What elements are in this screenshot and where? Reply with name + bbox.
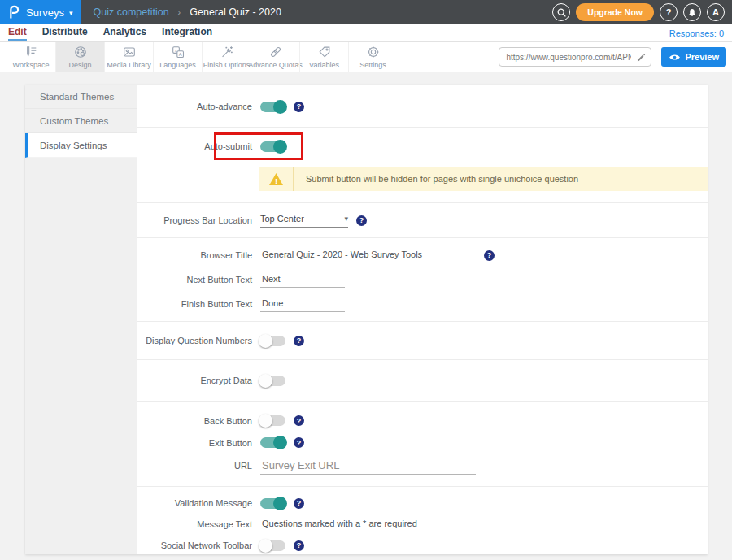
search-button[interactable] xyxy=(552,3,570,21)
survey-url-box[interactable]: https://www.questionpro.com/t/APNrFZ xyxy=(499,47,651,67)
section-auto-advance: Auto-advance ? xyxy=(137,85,708,127)
section-navigation-buttons: Back Button ? Exit Button ? URL xyxy=(137,402,708,486)
auto-advance-help-icon[interactable]: ? xyxy=(294,102,304,112)
settings-gear-icon xyxy=(366,45,381,59)
progress-bar-location-help-icon[interactable]: ? xyxy=(356,215,367,226)
tab-finish-options[interactable]: Finish Options xyxy=(202,42,251,72)
tab-settings[interactable]: Settings xyxy=(348,42,397,72)
exit-button-toggle[interactable] xyxy=(260,437,285,448)
sidebar-item-custom-themes[interactable]: Custom Themes xyxy=(25,109,137,133)
browser-title-label: Browser Title xyxy=(137,250,260,260)
upgrade-now-button[interactable]: Upgrade Now xyxy=(576,3,654,21)
auto-advance-row: Auto-advance ? xyxy=(137,96,708,117)
next-button-text-input[interactable] xyxy=(260,272,345,288)
exit-button-label: Exit Button xyxy=(137,438,260,448)
workspace-icon xyxy=(24,45,38,59)
finish-options-wand-icon xyxy=(220,45,234,59)
next-button-text-row: Next Button Text xyxy=(137,267,708,292)
questionpro-logo-icon xyxy=(7,4,21,20)
auto-advance-toggle[interactable] xyxy=(260,102,285,112)
toggle-knob xyxy=(273,140,287,154)
progress-bar-location-row: Progress Bar Location Top Center ▾ ? xyxy=(137,210,708,231)
toolbar-right: https://www.questionpro.com/t/APNrFZ Pre… xyxy=(499,42,732,72)
back-button-row: Back Button ? xyxy=(137,410,708,432)
progress-bar-location-label: Progress Bar Location xyxy=(137,215,260,225)
search-icon xyxy=(556,7,567,18)
variables-tag-icon xyxy=(317,45,332,59)
browser-title-row: Browser Title ? xyxy=(137,243,708,267)
nav-item-edit[interactable]: Edit xyxy=(8,26,27,41)
encrypt-data-label: Encrypt Data xyxy=(137,376,260,385)
tab-languages[interactable]: x A Languages xyxy=(153,42,202,72)
tab-advance-quotas[interactable]: Advance Quotas xyxy=(251,42,299,72)
preview-button-label: Preview xyxy=(685,52,719,62)
exit-button-row: Exit Button ? xyxy=(137,432,708,454)
top-actions: Upgrade Now ? A xyxy=(552,3,732,21)
sidebar-item-display-settings[interactable]: Display Settings xyxy=(25,133,137,158)
display-question-numbers-help-icon[interactable]: ? xyxy=(294,336,304,346)
edit-url-button[interactable] xyxy=(631,48,651,66)
help-button[interactable]: ? xyxy=(660,3,678,21)
tab-variables[interactable]: Variables xyxy=(299,42,348,72)
finish-button-text-row: Finish Button Text xyxy=(137,292,708,316)
browser-title-help-icon[interactable]: ? xyxy=(484,250,495,261)
section-question-numbers: Display Question Numbers ? xyxy=(137,322,708,359)
chevron-down-icon: ▾ xyxy=(344,215,348,223)
toggle-knob xyxy=(259,374,272,388)
tab-settings-label: Settings xyxy=(359,61,386,69)
message-text-input[interactable] xyxy=(260,517,476,532)
exit-url-row: URL xyxy=(137,454,708,478)
display-question-numbers-toggle[interactable] xyxy=(260,336,285,346)
main-nav: Edit Distribute Analytics Integration Re… xyxy=(0,24,732,42)
finish-button-text-label: Finish Button Text xyxy=(137,299,260,309)
preview-button[interactable]: Preview xyxy=(661,47,726,67)
breadcrumb-folder[interactable]: Quiz competition xyxy=(94,7,169,18)
section-encrypt: Encrypt Data xyxy=(137,360,708,401)
auto-advance-label: Auto-advance xyxy=(137,102,260,111)
sidebar-item-standard-themes[interactable]: Standard Themes xyxy=(25,85,137,109)
encrypt-data-row: Encrypt Data xyxy=(137,370,708,391)
validation-message-toggle[interactable] xyxy=(260,498,285,509)
breadcrumb-separator-icon: › xyxy=(178,7,181,17)
chevron-down-icon: ▾ xyxy=(69,9,73,17)
nav-item-integration[interactable]: Integration xyxy=(162,26,212,41)
back-button-toggle[interactable] xyxy=(260,415,285,426)
encrypt-data-toggle[interactable] xyxy=(260,376,285,386)
display-settings-form: Auto-advance ? Auto-submit ! xyxy=(137,85,708,554)
browser-title-input[interactable] xyxy=(260,248,476,263)
tab-finish-options-label: Finish Options xyxy=(203,61,251,69)
tab-workspace[interactable]: Workspace xyxy=(7,42,55,72)
responses-count[interactable]: Responses: 0 xyxy=(669,28,724,38)
back-button-label: Back Button xyxy=(137,416,260,426)
social-network-toolbar-toggle[interactable] xyxy=(260,540,285,551)
svg-text:!: ! xyxy=(274,176,277,185)
progress-bar-location-select[interactable]: Top Center ▾ xyxy=(260,214,348,228)
social-network-toolbar-help-icon[interactable]: ? xyxy=(294,540,304,551)
exit-button-help-icon[interactable]: ? xyxy=(294,437,304,448)
finish-button-text-input[interactable] xyxy=(260,297,345,312)
toggle-knob xyxy=(273,436,287,449)
toggle-knob xyxy=(259,414,272,428)
advance-quotas-links-icon xyxy=(268,45,283,59)
tab-media-library[interactable]: Media Library xyxy=(104,42,153,72)
auto-submit-row: Auto-submit xyxy=(137,134,708,158)
validation-message-help-icon[interactable]: ? xyxy=(294,498,304,509)
nav-item-analytics[interactable]: Analytics xyxy=(103,26,146,41)
design-palette-icon xyxy=(73,45,88,59)
section-text-options: Browser Title ? Next Button Text Finish … xyxy=(137,238,708,321)
avatar[interactable]: A xyxy=(707,3,725,21)
top-header: Surveys ▾ Quiz competition › General Qui… xyxy=(0,0,732,24)
back-button-help-icon[interactable]: ? xyxy=(294,415,304,426)
auto-submit-toggle[interactable] xyxy=(260,141,285,152)
tab-design[interactable]: Design xyxy=(55,42,104,72)
product-menu[interactable]: Surveys ▾ xyxy=(0,0,81,24)
tab-advance-quotas-label: Advance Quotas xyxy=(248,61,303,69)
exit-url-input[interactable] xyxy=(260,458,476,475)
validation-message-row: Validation Message ? xyxy=(137,493,708,514)
progress-bar-location-value: Top Center xyxy=(260,214,304,224)
media-library-icon xyxy=(122,45,137,59)
warning-text: Submit button will be hidden for pages w… xyxy=(294,167,578,191)
notifications-button[interactable] xyxy=(683,3,701,21)
social-network-toolbar-label: Social Network Toolbar xyxy=(137,540,260,550)
nav-item-distribute[interactable]: Distribute xyxy=(42,26,88,41)
